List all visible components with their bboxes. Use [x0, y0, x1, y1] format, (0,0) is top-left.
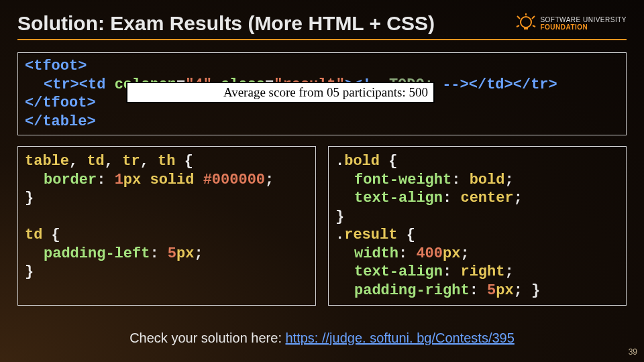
page-number: 39 [629, 347, 637, 357]
judge-link[interactable]: https: //judge. softuni. bg/Contests/395 [286, 330, 515, 345]
code-box-css-right: .bold { font-weight: bold; text-align: c… [328, 146, 627, 306]
slide-title: Solution: Exam Results (More HTML + CSS) [17, 12, 435, 35]
code-box-css-left: table, td, tr, th { border: 1px solid #0… [17, 146, 316, 306]
title-bar: Solution: Exam Results (More HTML + CSS)… [17, 12, 627, 40]
footer-text: Check your solution here: [129, 330, 285, 345]
logo: SOFTWARE UNIVERSITY FOUNDATION [516, 13, 627, 34]
logo-line2: FOUNDATION [540, 23, 627, 31]
footer: Check your solution here: https: //judge… [0, 330, 644, 346]
lightbulb-icon [516, 13, 536, 34]
code: <tfoot> [25, 58, 87, 74]
logo-line1: SOFTWARE UNIVERSITY [540, 16, 627, 23]
preview-callout: Average score from 05 participants: 500 [126, 82, 435, 103]
svg-point-0 [521, 17, 531, 27]
svg-rect-1 [524, 27, 528, 29]
